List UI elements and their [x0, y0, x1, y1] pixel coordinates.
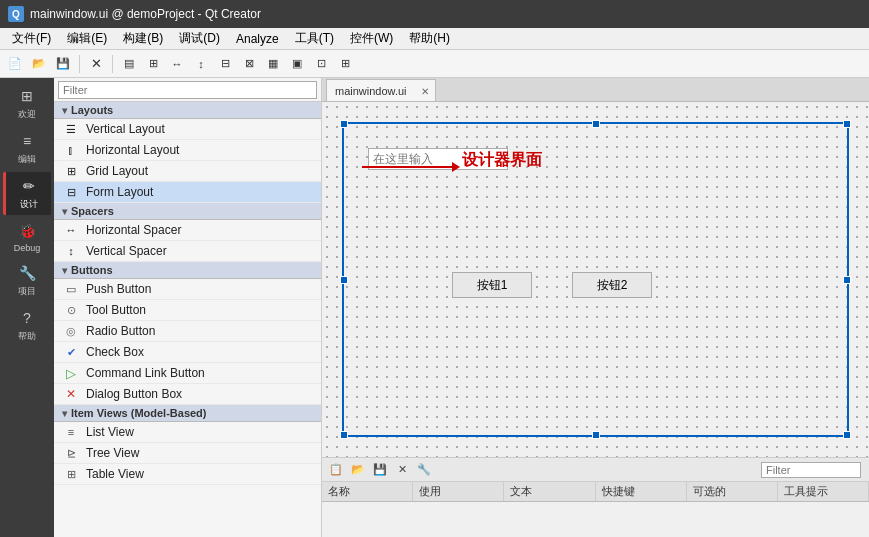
list-item[interactable]: Table View [54, 464, 321, 485]
list-item[interactable]: Vertical Spacer [54, 241, 321, 262]
col-tooltip: 工具提示 [778, 482, 869, 501]
checkbox-icon [62, 345, 80, 359]
sidebar-label-edit: 编辑 [18, 153, 36, 166]
sidebar-item-debug[interactable]: 🐞 Debug [3, 217, 51, 257]
widget-list: Layouts Vertical Layout Horizontal Layou… [54, 102, 321, 537]
toolbar-b2[interactable]: ⊞ [142, 53, 164, 75]
bottom-btn-4[interactable]: ✕ [392, 461, 412, 479]
menu-tools[interactable]: 工具(T) [287, 28, 342, 49]
toolbar-b4[interactable]: ↕ [190, 53, 212, 75]
list-item[interactable]: Tool Button [54, 300, 321, 321]
list-item[interactable]: Dialog Button Box [54, 384, 321, 405]
toolbar-open[interactable]: 📂 [28, 53, 50, 75]
col-name: 名称 [322, 482, 413, 501]
handle-tl[interactable] [340, 120, 348, 128]
toolbar-b3[interactable]: ↔ [166, 53, 188, 75]
handle-ml[interactable] [340, 276, 348, 284]
pushbtn-icon [62, 282, 80, 296]
list-item[interactable]: Grid Layout [54, 161, 321, 182]
menu-edit[interactable]: 编辑(E) [59, 28, 115, 49]
toolbar-b5[interactable]: ⊟ [214, 53, 236, 75]
file-tab[interactable]: mainwindow.ui ✕ [326, 79, 436, 101]
sidebar-item-project[interactable]: 🔧 项目 [3, 259, 51, 302]
canvas-button-2[interactable]: 按钮2 [572, 272, 652, 298]
sidebar-item-welcome[interactable]: ⊞ 欢迎 [3, 82, 51, 125]
bottom-table-header: 名称 使用 文本 快捷键 可选的 工具提示 [322, 482, 869, 502]
help-icon: ? [15, 308, 39, 328]
filter-input[interactable] [58, 81, 317, 99]
app-icon: Q [8, 6, 24, 22]
list-item[interactable]: Horizontal Layout [54, 140, 321, 161]
list-item[interactable]: Horizontal Spacer [54, 220, 321, 241]
table-icon [62, 467, 80, 481]
menu-file[interactable]: 文件(F) [4, 28, 59, 49]
section-spacers[interactable]: Spacers [54, 203, 321, 220]
design-canvas[interactable]: 按钮1 按钮2 设计器界面 [322, 102, 869, 457]
section-buttons[interactable]: Buttons [54, 262, 321, 279]
layout-v-icon [62, 122, 80, 136]
handle-bl[interactable] [340, 431, 348, 439]
project-icon: 🔧 [15, 263, 39, 283]
sidebar-label-debug: Debug [14, 243, 41, 253]
menu-build[interactable]: 构建(B) [115, 28, 171, 49]
section-layouts[interactable]: Layouts [54, 102, 321, 119]
bottom-btn-3[interactable]: 💾 [370, 461, 390, 479]
handle-tr[interactable] [843, 120, 851, 128]
handle-mr[interactable] [843, 276, 851, 284]
toolbar-b6[interactable]: ⊠ [238, 53, 260, 75]
menu-help[interactable]: 帮助(H) [401, 28, 458, 49]
title-text: mainwindow.ui @ demoProject - Qt Creator [30, 7, 261, 21]
list-item[interactable]: Command Link Button [54, 363, 321, 384]
toolbar-new[interactable]: 📄 [4, 53, 26, 75]
toolbar-b8[interactable]: ▣ [286, 53, 308, 75]
sidebar-item-design[interactable]: ✏ 设计 [3, 172, 51, 215]
menu-debug[interactable]: 调试(D) [171, 28, 228, 49]
arrow-head [452, 162, 460, 172]
menu-widgets[interactable]: 控件(W) [342, 28, 401, 49]
list-item[interactable]: List View [54, 422, 321, 443]
toolbar-sep1 [79, 55, 80, 73]
col-text: 文本 [504, 482, 595, 501]
menu-analyze[interactable]: Analyze [228, 30, 287, 48]
form-layout-icon [62, 185, 80, 199]
list-item[interactable]: Vertical Layout [54, 119, 321, 140]
layout-h-icon [62, 143, 80, 157]
canvas-button-1[interactable]: 按钮1 [452, 272, 532, 298]
list-item[interactable]: Radio Button [54, 321, 321, 342]
bottom-btn-5[interactable]: 🔧 [414, 461, 434, 479]
bottom-btn-2[interactable]: 📂 [348, 461, 368, 479]
col-shortcut: 快捷键 [596, 482, 687, 501]
list-item-form-layout[interactable]: Form Layout [54, 182, 321, 203]
list-item[interactable]: Push Button [54, 279, 321, 300]
widget-panel: Layouts Vertical Layout Horizontal Layou… [54, 78, 322, 537]
sidebar-label-project: 项目 [18, 285, 36, 298]
toolbtn-icon [62, 303, 80, 317]
toolbar-b10[interactable]: ⊞ [334, 53, 356, 75]
inner-canvas: 按钮1 按钮2 [352, 132, 839, 427]
handle-bm[interactable] [592, 431, 600, 439]
tree-icon [62, 446, 80, 460]
filter-right [761, 462, 861, 478]
toolbar-b9[interactable]: ⊡ [310, 53, 332, 75]
sidebar-label-design: 设计 [20, 198, 38, 211]
toolbar-close[interactable]: ✕ [85, 53, 107, 75]
filter-right-input[interactable] [761, 462, 861, 478]
bottom-btn-1[interactable]: 📋 [326, 461, 346, 479]
toolbar-sep2 [112, 55, 113, 73]
handle-br[interactable] [843, 431, 851, 439]
sidebar-item-help[interactable]: ? 帮助 [3, 304, 51, 347]
toolbar-save[interactable]: 💾 [52, 53, 74, 75]
toolbar-b1[interactable]: ▤ [118, 53, 140, 75]
sidebar-item-edit[interactable]: ≡ 编辑 [3, 127, 51, 170]
close-tab-icon[interactable]: ✕ [421, 85, 429, 96]
section-item-views[interactable]: Item Views (Model-Based) [54, 405, 321, 422]
debug-icon: 🐞 [15, 221, 39, 241]
toolbar-b7[interactable]: ▦ [262, 53, 284, 75]
handle-tm[interactable] [592, 120, 600, 128]
list-item[interactable]: Tree View [54, 443, 321, 464]
col-optional: 可选的 [687, 482, 778, 501]
sidebar-label-help: 帮助 [18, 330, 36, 343]
sidebar-label-welcome: 欢迎 [18, 108, 36, 121]
list-item[interactable]: Check Box [54, 342, 321, 363]
list-icon [62, 425, 80, 439]
